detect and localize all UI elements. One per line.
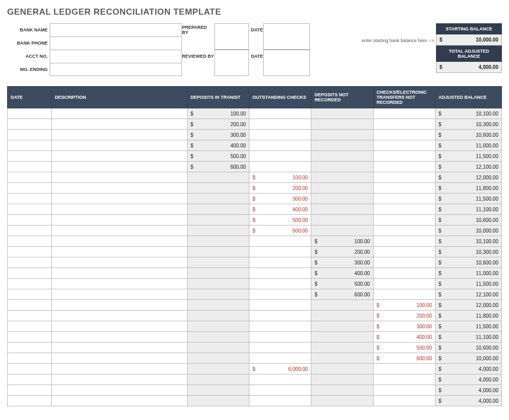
- table-cell[interactable]: [187, 289, 249, 300]
- table-cell[interactable]: [249, 151, 311, 162]
- table-cell[interactable]: $300.00: [187, 130, 249, 140]
- table-cell[interactable]: $10,600.00: [435, 342, 501, 353]
- table-cell[interactable]: $300.00: [373, 321, 435, 332]
- table-cell[interactable]: $100.00: [187, 108, 249, 119]
- table-cell[interactable]: $12,100.00: [435, 162, 501, 172]
- cell-description[interactable]: [52, 162, 187, 172]
- table-cell[interactable]: [249, 247, 311, 257]
- cell-date[interactable]: [8, 225, 52, 236]
- table-cell[interactable]: [311, 385, 373, 396]
- table-cell[interactable]: [311, 194, 373, 204]
- cell-description[interactable]: [52, 172, 187, 183]
- cell-date[interactable]: [8, 130, 52, 140]
- table-cell[interactable]: $10,300.00: [435, 119, 501, 130]
- table-cell[interactable]: [249, 140, 311, 151]
- table-cell[interactable]: [249, 162, 311, 172]
- table-cell[interactable]: $11,800.00: [435, 311, 501, 321]
- cell-description[interactable]: [52, 257, 187, 268]
- cell-description[interactable]: [52, 353, 187, 364]
- cell-date[interactable]: [8, 300, 52, 311]
- table-cell[interactable]: [187, 194, 249, 204]
- table-cell[interactable]: [249, 119, 311, 130]
- cell-description[interactable]: [52, 183, 187, 194]
- table-cell[interactable]: $11,500.00: [435, 151, 501, 162]
- cell-date[interactable]: [8, 268, 52, 279]
- table-cell[interactable]: [311, 119, 373, 130]
- table-cell[interactable]: $10,600.00: [435, 130, 501, 140]
- cell-description[interactable]: [52, 342, 187, 353]
- table-cell[interactable]: [249, 321, 311, 332]
- table-cell[interactable]: [373, 172, 435, 183]
- acct-no-input[interactable]: [50, 50, 182, 63]
- table-cell[interactable]: [373, 215, 435, 225]
- cell-date[interactable]: [8, 204, 52, 215]
- table-cell[interactable]: $400.00: [311, 268, 373, 279]
- table-cell[interactable]: [249, 374, 311, 385]
- table-cell[interactable]: [187, 247, 249, 257]
- cell-date[interactable]: [8, 119, 52, 130]
- table-cell[interactable]: $10,000.00: [435, 225, 501, 236]
- cell-date[interactable]: [8, 289, 52, 300]
- cell-description[interactable]: [52, 321, 187, 332]
- table-cell[interactable]: [249, 332, 311, 342]
- table-cell[interactable]: [187, 257, 249, 268]
- table-cell[interactable]: [249, 396, 311, 406]
- table-cell[interactable]: $10,000.00: [435, 353, 501, 364]
- table-cell[interactable]: $500.00: [249, 215, 311, 225]
- cell-description[interactable]: [52, 385, 187, 396]
- cell-description[interactable]: [52, 204, 187, 215]
- cell-date[interactable]: [8, 321, 52, 332]
- prepared-date-input[interactable]: [263, 23, 310, 36]
- bank-phone-input[interactable]: [50, 36, 182, 50]
- table-cell[interactable]: [249, 279, 311, 289]
- cell-date[interactable]: [8, 353, 52, 364]
- cell-date[interactable]: [8, 257, 52, 268]
- cell-date[interactable]: [8, 396, 52, 406]
- reviewed-date-input[interactable]: [263, 50, 310, 63]
- cell-date[interactable]: [8, 342, 52, 353]
- table-cell[interactable]: $11,500.00: [435, 279, 501, 289]
- table-cell[interactable]: [249, 385, 311, 396]
- table-cell[interactable]: $600.00: [249, 225, 311, 236]
- cell-description[interactable]: [52, 289, 187, 300]
- cell-description[interactable]: [52, 236, 187, 247]
- cell-date[interactable]: [8, 364, 52, 374]
- table-cell[interactable]: [187, 215, 249, 225]
- table-cell[interactable]: [187, 364, 249, 374]
- cell-description[interactable]: [52, 268, 187, 279]
- cell-description[interactable]: [52, 225, 187, 236]
- table-cell[interactable]: $11,000.00: [435, 268, 501, 279]
- table-cell[interactable]: [311, 300, 373, 311]
- table-cell[interactable]: [311, 353, 373, 364]
- table-cell[interactable]: $500.00: [187, 151, 249, 162]
- table-cell[interactable]: $4,000.00: [435, 396, 501, 406]
- table-cell[interactable]: $600.00: [373, 353, 435, 364]
- table-cell[interactable]: [187, 311, 249, 321]
- table-cell[interactable]: [373, 279, 435, 289]
- cell-description[interactable]: [52, 311, 187, 321]
- table-cell[interactable]: $11,500.00: [435, 321, 501, 332]
- cell-description[interactable]: [52, 119, 187, 130]
- table-cell[interactable]: [373, 374, 435, 385]
- table-cell[interactable]: [373, 140, 435, 151]
- table-cell[interactable]: [311, 108, 373, 119]
- reviewed-by-input-2[interactable]: [214, 63, 249, 76]
- table-cell[interactable]: $10,300.00: [435, 247, 501, 257]
- cell-description[interactable]: [52, 364, 187, 374]
- cell-date[interactable]: [8, 279, 52, 289]
- table-cell[interactable]: $200.00: [249, 183, 311, 194]
- table-cell[interactable]: [187, 396, 249, 406]
- table-cell[interactable]: [187, 236, 249, 247]
- table-cell[interactable]: [249, 108, 311, 119]
- table-cell[interactable]: $100.00: [311, 236, 373, 247]
- table-cell[interactable]: $11,100.00: [435, 204, 501, 215]
- table-cell[interactable]: $10,600.00: [435, 257, 501, 268]
- table-cell[interactable]: [187, 374, 249, 385]
- cell-description[interactable]: [52, 374, 187, 385]
- mo-ending-input[interactable]: [50, 63, 182, 76]
- table-cell[interactable]: [373, 162, 435, 172]
- table-cell[interactable]: $100.00: [249, 172, 311, 183]
- starting-balance-value[interactable]: $ 10,000.00: [436, 34, 502, 46]
- table-cell[interactable]: $6,000.00: [249, 364, 311, 374]
- cell-description[interactable]: [52, 130, 187, 140]
